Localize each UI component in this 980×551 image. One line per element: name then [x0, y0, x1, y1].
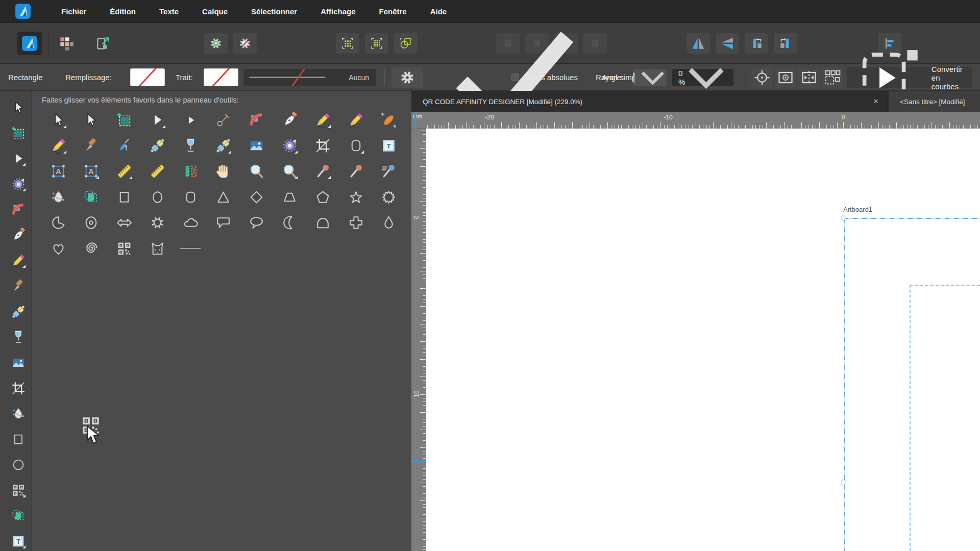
- rotate-ccw-button[interactable]: [745, 33, 768, 54]
- artboard-side-handle[interactable]: [841, 480, 846, 485]
- ruler-unit-box[interactable]: mm: [411, 112, 426, 129]
- tool-qr-code[interactable]: [111, 236, 138, 261]
- tool-vector-brush[interactable]: [111, 133, 138, 158]
- tool-transparency[interactable]: [177, 133, 204, 158]
- tool-divider[interactable]: [177, 236, 204, 261]
- menu-calque[interactable]: Calque: [202, 7, 228, 16]
- tool-knife[interactable]: [78, 133, 105, 158]
- corner-type-dropdown[interactable]: [633, 69, 667, 86]
- tool-image[interactable]: [243, 133, 270, 158]
- tool-select[interactable]: [78, 107, 105, 133]
- tool-picker[interactable]: [309, 159, 336, 184]
- tool-zoom-b[interactable]: [277, 159, 303, 184]
- slices-gear-button[interactable]: [233, 33, 257, 54]
- tool-ruler[interactable]: [111, 159, 138, 184]
- stroke-style-selector[interactable]: Aucun: [243, 69, 376, 86]
- tool-gradient[interactable]: [0, 299, 32, 324]
- tool-frame-text-a[interactable]: A: [78, 159, 105, 184]
- tool-double-arrow[interactable]: [111, 210, 138, 236]
- pixel-persona-button[interactable]: [54, 32, 79, 55]
- snapping-gear-button[interactable]: [204, 33, 228, 54]
- tool-arch[interactable]: [309, 210, 336, 236]
- tool-callout-rect[interactable]: [210, 210, 237, 236]
- tool-transparency[interactable]: [0, 324, 32, 350]
- tool-cog[interactable]: [144, 210, 170, 236]
- corner-radius-combo[interactable]: 0 %: [672, 69, 733, 86]
- designer-persona-button[interactable]: [17, 32, 42, 55]
- tool-shape-builder[interactable]: [277, 133, 303, 158]
- fill-swatch[interactable]: [130, 68, 165, 86]
- transform-origin-button[interactable]: [751, 67, 773, 88]
- vertical-ruler[interactable]: 010: [411, 129, 426, 551]
- tool-hand[interactable]: [210, 159, 237, 184]
- tool-qr-code[interactable]: [0, 478, 32, 503]
- menu-fichier[interactable]: Fichier: [61, 7, 86, 16]
- tool-move[interactable]: [0, 95, 32, 120]
- tool-flood-fill[interactable]: [45, 184, 71, 210]
- menu-edition[interactable]: Édition: [110, 7, 136, 16]
- horizontal-ruler[interactable]: -20-100: [426, 112, 980, 129]
- convert-to-curves-button[interactable]: Convertir en courbes: [847, 67, 972, 88]
- tool-crescent[interactable]: [277, 210, 303, 236]
- artboard-corner-handle[interactable]: [841, 215, 846, 220]
- tool-circle-dark[interactable]: [0, 452, 32, 478]
- tool-heart[interactable]: [45, 236, 71, 261]
- tool-node[interactable]: [0, 146, 32, 171]
- tool-pen[interactable]: [277, 107, 303, 133]
- tool-starburst[interactable]: [376, 184, 402, 210]
- pixel-alignment-button[interactable]: [822, 67, 843, 88]
- tool-point-transform[interactable]: [177, 107, 204, 133]
- tool-pencil[interactable]: [0, 248, 32, 273]
- export-persona-button[interactable]: [91, 32, 115, 55]
- tool-gradient[interactable]: [144, 133, 170, 158]
- tool-ruler-b[interactable]: [144, 159, 170, 184]
- tool-pixel-pencil[interactable]: [45, 133, 71, 158]
- tool-spiral[interactable]: [78, 236, 105, 261]
- tool-corner[interactable]: [0, 197, 32, 222]
- menu-fenetre[interactable]: Fenêtre: [379, 7, 406, 16]
- tab-close-button[interactable]: ×: [873, 96, 878, 107]
- flip-vertical-button[interactable]: [716, 33, 739, 54]
- tool-triangle[interactable]: [210, 184, 237, 210]
- tool-gradient-b[interactable]: [210, 133, 237, 158]
- menu-affichage[interactable]: Affichage: [321, 7, 355, 16]
- tool-rect-dark[interactable]: [0, 427, 32, 452]
- tool-artistic-text[interactable]: A: [45, 159, 71, 184]
- menu-selectionner[interactable]: Sélectionner: [251, 7, 297, 16]
- tool-pie[interactable]: [45, 210, 71, 236]
- tool-tear[interactable]: [376, 210, 402, 236]
- tool-pen[interactable]: [0, 222, 32, 248]
- tool-diamond[interactable]: [243, 184, 270, 210]
- artboard-label[interactable]: Artboard1: [843, 206, 872, 213]
- tool-artboard[interactable]: [0, 120, 32, 146]
- tool-move[interactable]: [45, 107, 71, 133]
- tool-trapezoid[interactable]: [277, 184, 303, 210]
- tool-rounded-rect[interactable]: [342, 133, 369, 158]
- tool-cat[interactable]: [144, 236, 170, 261]
- tool-donut[interactable]: [78, 210, 105, 236]
- tool-flood-fill[interactable]: [0, 401, 32, 427]
- flip-horizontal-button[interactable]: [687, 33, 710, 54]
- tool-star[interactable]: [342, 184, 369, 210]
- tool-pentagon[interactable]: [309, 184, 336, 210]
- tool-rect[interactable]: [111, 184, 138, 210]
- tool-warp[interactable]: [376, 107, 402, 133]
- tool-crop[interactable]: [0, 375, 32, 401]
- tool-cloud[interactable]: [177, 210, 204, 236]
- tool-style-picker[interactable]: [376, 159, 402, 184]
- snap-shapes-button[interactable]: [394, 33, 418, 54]
- tool-mesh-warp[interactable]: [0, 503, 32, 529]
- tool-shape-builder[interactable]: [0, 171, 32, 197]
- tool-frame-text[interactable]: T: [376, 133, 402, 158]
- tool-crop[interactable]: [309, 133, 336, 158]
- tool-knife[interactable]: [0, 273, 32, 299]
- document-tab-inactive[interactable]: <Sans titre> [Modifié]: [887, 91, 980, 112]
- tool-artboard[interactable]: [111, 107, 138, 133]
- document-tab-active[interactable]: QR CODE AFFINITY DESIGNER [Modifié] (229…: [411, 91, 887, 112]
- tool-mesh-warp[interactable]: [78, 184, 105, 210]
- tool-rounded[interactable]: [177, 184, 204, 210]
- tool-pencil-b[interactable]: [342, 107, 369, 133]
- stroke-settings-button[interactable]: [391, 67, 423, 88]
- tool-callout-round[interactable]: [243, 210, 270, 236]
- tool-zoom[interactable]: [243, 159, 270, 184]
